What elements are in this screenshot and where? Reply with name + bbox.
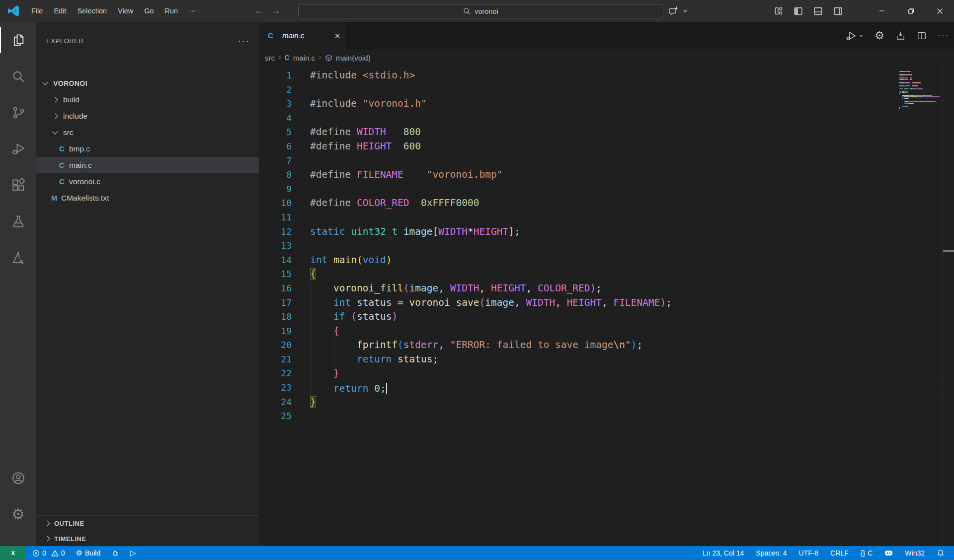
- chevron-down-icon[interactable]: [682, 8, 688, 14]
- menu-item-file[interactable]: File: [26, 4, 48, 18]
- cursor-position[interactable]: Ln 23, Col 14: [698, 546, 748, 560]
- split-editor-icon[interactable]: [917, 31, 927, 41]
- editor-more-actions-icon[interactable]: ···: [938, 31, 949, 41]
- sidebar-item-run-and-debug[interactable]: [0, 131, 36, 167]
- accounts-icon[interactable]: [0, 460, 36, 496]
- encoding-indicator[interactable]: UTF-8: [795, 546, 823, 560]
- tree-item-include[interactable]: include: [36, 108, 259, 124]
- close-button[interactable]: [925, 0, 954, 22]
- sidebar-item-testing[interactable]: [0, 203, 36, 239]
- code-line-15[interactable]: 15{: [259, 267, 954, 281]
- code-line-25[interactable]: 25: [259, 409, 954, 423]
- tree-item-label: include: [63, 112, 87, 121]
- toggle-panel-icon[interactable]: [813, 6, 823, 16]
- restore-button[interactable]: [896, 0, 925, 22]
- minimize-button[interactable]: [868, 0, 896, 22]
- forward-arrow[interactable]: →: [271, 5, 280, 16]
- sidebar-item-cmake[interactable]: [0, 239, 36, 276]
- timeline-section[interactable]: TIMELINE: [36, 531, 259, 546]
- code-line-9[interactable]: 9: [259, 182, 954, 197]
- run-debug-button[interactable]: [845, 30, 864, 42]
- code-line-7[interactable]: 7: [259, 154, 954, 168]
- menu-item-selection[interactable]: Selection: [72, 4, 112, 18]
- settings-gear-icon[interactable]: ⚙: [0, 496, 36, 532]
- tree-item-main-c[interactable]: Cmain.c: [36, 157, 259, 173]
- configure-gear-icon[interactable]: ⚙: [874, 30, 884, 41]
- menu-item-go[interactable]: Go: [139, 4, 159, 18]
- code-line-10[interactable]: 10#define COLOR_RED 0xFFFF0000: [259, 196, 954, 210]
- code-line-11[interactable]: 11: [259, 210, 954, 225]
- copilot-status[interactable]: [880, 546, 897, 560]
- notifications-bell[interactable]: [932, 546, 949, 560]
- code-editor[interactable]: 1#include <stdio.h>23#include "voronoi.h…: [259, 66, 954, 546]
- code-line-23[interactable]: 23 return 0;: [259, 381, 954, 395]
- tree-item-cmakelists-txt[interactable]: MCMakelists.txt: [36, 190, 259, 206]
- remote-indicator[interactable]: [0, 546, 26, 560]
- code-line-17[interactable]: 17 int status = voronoi_save(image, WIDT…: [259, 296, 954, 310]
- tree-root-voronoi[interactable]: VORONOI: [36, 75, 259, 91]
- line-number: 12: [259, 225, 292, 239]
- text-cursor: [386, 383, 387, 394]
- sidebar-item-explorer[interactable]: [0, 22, 36, 58]
- toggle-primary-sidebar-icon[interactable]: [794, 6, 803, 16]
- code-line-14[interactable]: 14int main(void): [259, 253, 954, 268]
- tree-item-label: build: [63, 95, 80, 104]
- chevron-down-icon: [52, 129, 58, 134]
- tree-item-src[interactable]: src: [36, 124, 259, 140]
- code-line-1[interactable]: 1#include <stdio.h>: [259, 69, 954, 83]
- menu-item-[interactable]: ⋯: [183, 4, 202, 18]
- code-line-2[interactable]: 2: [259, 83, 954, 97]
- code-line-20[interactable]: 20 fprintf(stderr, "ERROR: failed to sav…: [259, 338, 954, 352]
- launch-target-button[interactable]: ▷: [126, 546, 141, 560]
- indentation-indicator[interactable]: Spaces: 4: [751, 546, 791, 560]
- tab-main-c[interactable]: C main.c ×: [259, 22, 346, 49]
- sidebar-item-extensions[interactable]: [0, 167, 36, 203]
- menu-item-edit[interactable]: Edit: [48, 4, 72, 18]
- platform-indicator[interactable]: Win32: [900, 546, 929, 560]
- breadcrumb-folder[interactable]: src: [265, 54, 275, 62]
- line-number: 18: [259, 310, 292, 324]
- breadcrumb-symbol[interactable]: main(void): [336, 54, 371, 62]
- line-number: 23: [259, 381, 292, 395]
- install-icon[interactable]: [895, 30, 906, 41]
- eol-indicator[interactable]: CRLF: [826, 546, 853, 560]
- code-line-18[interactable]: 18 if (status): [259, 310, 954, 324]
- sidebar-item-search[interactable]: [0, 58, 36, 94]
- back-arrow[interactable]: ←: [254, 5, 264, 16]
- code-line-12[interactable]: 12static uint32_t image[WIDTH*HEIGHT];: [259, 225, 954, 239]
- overview-ruler[interactable]: [942, 66, 954, 546]
- code-line-19[interactable]: 19 {: [259, 324, 954, 339]
- code-line-8[interactable]: 8#define FILENAME "voronoi.bmp": [259, 168, 954, 182]
- code-line-24[interactable]: 24}: [259, 395, 954, 410]
- sidebar-item-source-control[interactable]: [0, 94, 36, 131]
- command-center-search[interactable]: voronoi: [298, 4, 663, 18]
- problems-indicator[interactable]: 0 0: [28, 546, 70, 560]
- cmake-build-button[interactable]: ⚙ Build: [72, 546, 105, 560]
- menu-item-view[interactable]: View: [112, 4, 139, 18]
- menu-item-run[interactable]: Run: [159, 4, 184, 18]
- code-line-3[interactable]: 3#include "voronoi.h": [259, 97, 954, 111]
- code-line-4[interactable]: 4: [259, 111, 954, 126]
- outline-section[interactable]: OUTLINE: [36, 515, 259, 531]
- customize-layout-icon[interactable]: [774, 6, 783, 15]
- code-line-16[interactable]: 16 voronoi_fill(image, WIDTH, HEIGHT, CO…: [259, 281, 954, 296]
- code-line-22[interactable]: 22 }: [259, 366, 954, 381]
- chevron-right-icon: [44, 536, 50, 541]
- beaker-icon: [11, 214, 26, 229]
- tree-item-voronoi-c[interactable]: Cvoronoi.c: [36, 173, 259, 190]
- explorer-more-actions-icon[interactable]: ···: [238, 36, 250, 46]
- toggle-secondary-sidebar-icon[interactable]: [833, 6, 843, 16]
- close-tab-icon[interactable]: ×: [334, 31, 340, 41]
- chevron-right-icon: [52, 113, 58, 119]
- debug-target-button[interactable]: [107, 546, 124, 560]
- minimap[interactable]: [899, 71, 941, 111]
- language-indicator[interactable]: {} C: [856, 546, 877, 560]
- code-line-6[interactable]: 6#define HEIGHT 600: [259, 140, 954, 154]
- tree-item-bmp-c[interactable]: Cbmp.c: [36, 140, 259, 157]
- tree-item-build[interactable]: build: [36, 91, 259, 108]
- breadcrumb-file[interactable]: main.c: [293, 54, 315, 62]
- code-line-21[interactable]: 21 return status;: [259, 352, 954, 367]
- code-line-5[interactable]: 5#define WIDTH 800: [259, 125, 954, 140]
- copilot-icon[interactable]: [668, 5, 679, 16]
- code-line-13[interactable]: 13: [259, 239, 954, 253]
